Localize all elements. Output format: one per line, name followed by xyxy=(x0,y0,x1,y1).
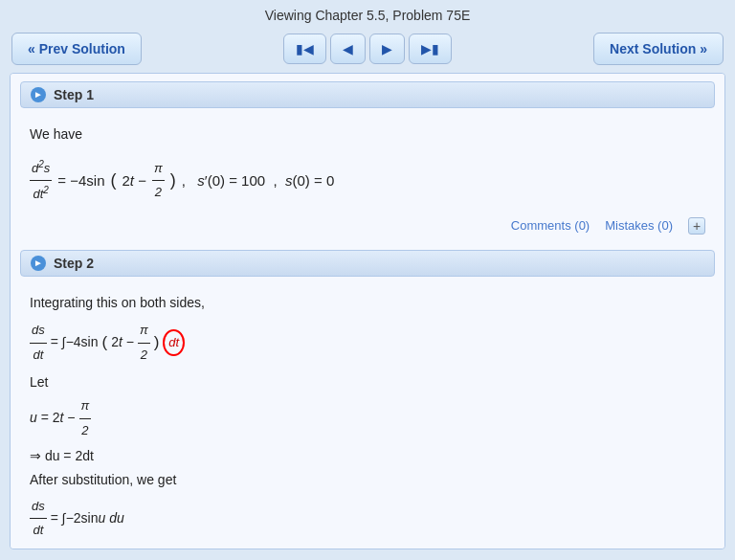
step1-comments-bar: Comments (0) Mistakes (0) + xyxy=(11,213,724,242)
content-area[interactable]: ► Step 1 We have d2s dt2 = −4sin ( 2t − … xyxy=(10,73,725,549)
step1-content: We have d2s dt2 = −4sin ( 2t − π 2 ) , s… xyxy=(11,112,724,213)
step1-intro: We have xyxy=(30,123,705,146)
step2-title: Step 2 xyxy=(54,256,94,271)
step2-arrow-icon: ► xyxy=(31,256,46,271)
step2-after-sub: After substitution, we get xyxy=(30,469,705,492)
step2-eq1: ds dt = ∫−4sin ( 2t − π 2 ) dt xyxy=(30,320,705,365)
step2-eq2: u = 2t − π 2 xyxy=(30,395,705,440)
prev-solution-button[interactable]: « Prev Solution xyxy=(11,33,142,65)
step2-eq5: = 2cosu + C xyxy=(58,545,705,549)
circled-dt: dt xyxy=(163,329,185,356)
step1-equation: d2s dt2 = −4sin ( 2t − π 2 ) , s′(0) = 1… xyxy=(30,156,705,206)
step2-header[interactable]: ► Step 2 xyxy=(20,250,715,277)
plus-button[interactable]: + xyxy=(688,217,705,235)
step1-header[interactable]: ► Step 1 xyxy=(20,81,715,108)
step2-content: Integrating this on both sides, ds dt = … xyxy=(11,280,724,549)
header-bar: Viewing Chapter 5.5, Problem 75E xyxy=(0,0,735,29)
nav-controls: ▮◀ ◀ ▶ ▶▮ xyxy=(283,34,452,64)
prev-button[interactable]: ◀ xyxy=(330,34,366,64)
comments-link[interactable]: Comments (0) xyxy=(511,218,590,233)
next-button[interactable]: ▶ xyxy=(369,34,405,64)
mistakes-link[interactable]: Mistakes (0) xyxy=(605,218,673,233)
step1-title: Step 1 xyxy=(54,87,94,102)
page-title: Viewing Chapter 5.5, Problem 75E xyxy=(265,8,471,23)
step1-arrow-icon: ► xyxy=(31,87,46,102)
next-solution-button[interactable]: Next Solution » xyxy=(593,33,724,65)
first-button[interactable]: ▮◀ xyxy=(283,34,326,64)
step2-let: Let xyxy=(30,371,705,394)
nav-bar: « Prev Solution ▮◀ ◀ ▶ ▶▮ Next Solution … xyxy=(0,29,735,73)
step2-eq3: ⇒ du = 2dt xyxy=(30,445,705,468)
step2-intro: Integrating this on both sides, xyxy=(30,292,705,315)
last-button[interactable]: ▶▮ xyxy=(409,34,452,64)
step2-eq4: ds dt = ∫−2sinu du xyxy=(30,496,705,541)
